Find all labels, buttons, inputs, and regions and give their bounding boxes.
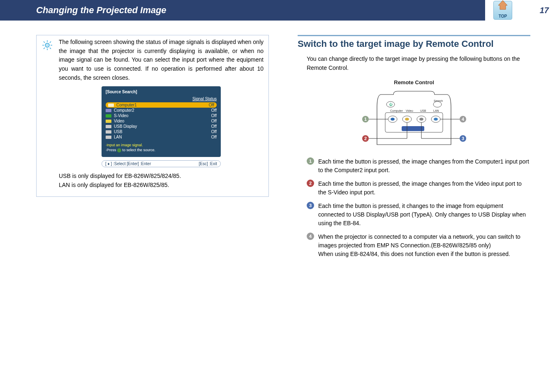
top-nav-button[interactable]: TOP [493,1,512,20]
svg-point-13 [433,101,442,107]
osd-row-svideo[interactable]: S-VideoOff [106,113,217,118]
header: Changing the Projected Image TOP 17 [0,0,555,21]
lan-note: LAN is only displayed for EB-826W/825/85… [59,180,264,189]
section-title: Switch to the target image by Remote Con… [298,35,530,49]
svg-line-7 [50,48,51,49]
section-intro: You can change directly to the target im… [307,54,530,73]
callout-2-text: Each time the button is pressed, the ima… [318,180,530,197]
list-item: 2Each time the button is pressed, the im… [307,180,530,197]
callout-1-icon: 1 [307,157,314,165]
svg-text:3: 3 [462,136,464,141]
svg-point-19 [419,118,423,120]
tip-box: The following screen showing the status … [36,35,269,197]
svg-point-17 [405,118,409,120]
page-number: 17 [540,6,549,15]
list-item: 4 When the projector is connected to a c… [307,233,530,258]
svg-point-1 [45,43,49,47]
osd-row-video[interactable]: VideoOff [106,118,217,124]
home-icon [497,0,509,10]
label-usb: USB [420,109,426,112]
svg-point-21 [434,118,438,120]
remote-caption: Remote Control [298,79,530,85]
power-icon: ⏻ [389,103,393,106]
list-item: 3Each time the button is pressed, it cha… [307,202,530,228]
label-video: Video [406,109,413,112]
osd-row-usb[interactable]: USBOff [106,129,217,134]
label-lan: LAN [433,109,439,112]
header-right: TOP 17 [485,0,555,21]
callout-list: 1Each time the button is pressed, the im… [307,157,530,258]
callout-4-icon: 4 [307,233,314,240]
svg-rect-11 [402,126,424,131]
osd-row-usbdisplay[interactable]: USB DisplayOff [106,124,217,129]
osd-row-computer1[interactable]: Computer1Off [106,102,217,108]
callout-2-icon: 2 [307,180,314,187]
callout-3-text: Each time the button is pressed, it chan… [318,202,530,228]
svg-line-6 [44,42,45,43]
callout-3-icon: 3 [307,202,314,209]
osd-bar-right: [Esc] :Exit [199,161,217,166]
top-label: TOP [499,14,507,19]
list-item: 1Each time the button is pressed, the im… [307,157,530,175]
callout-4-text: When the projector is connected to a com… [318,233,530,258]
usb-note: USB is only displayed for EB-826W/825/82… [59,171,264,180]
svg-marker-0 [498,0,507,9]
enter-icon [117,148,121,152]
svg-text:4: 4 [462,117,465,122]
page-title: Changing the Projected Image [0,0,485,21]
svg-line-9 [44,48,45,49]
svg-point-15 [391,118,395,120]
osd-row-lan[interactable]: LANOff [106,134,217,140]
svg-line-8 [50,42,51,43]
osd-status-header: Signal Status [106,97,217,101]
osd-hints: ·Input an image signal. ·Press to select… [106,143,217,152]
remote-figure: Computer Video USB LAN Search Source ⏻ [352,87,476,150]
label-computer: Computer [390,109,403,113]
osd-row-computer2[interactable]: Computer2Off [106,108,217,113]
osd-nav-bar: [ ♦ ] :Select [Enter] :Enter [Esc] :Exit [102,160,221,167]
svg-text:2: 2 [364,136,367,141]
tip-paragraph: The following screen showing the status … [59,38,264,82]
osd-title: [Source Search] [106,90,217,94]
svg-text:1: 1 [364,117,367,122]
tip-icon [42,39,53,52]
osd-bar-left: [ ♦ ] :Select [Enter] :Enter [105,161,151,166]
osd-source-search: [Source Search] Signal Status Computer1O… [102,86,221,157]
callout-1-text: Each time the button is pressed, the ima… [318,157,530,175]
